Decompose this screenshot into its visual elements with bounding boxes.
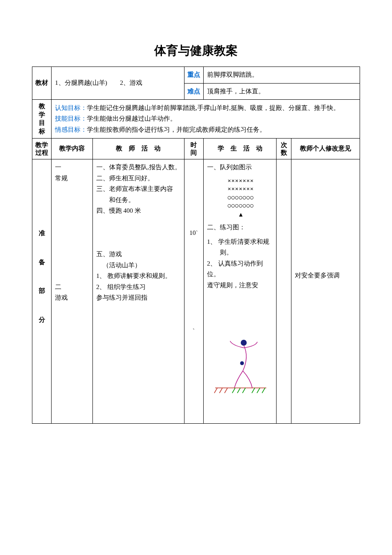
difficulty-label: 难点 bbox=[184, 83, 203, 100]
cognitive-value: 学生能记住分腿腾越山羊时前脚掌踏跳,手撑山羊时,挺胸、吸腹，提殿、分腿直、推手快… bbox=[87, 104, 340, 111]
hdr-time: 时间 bbox=[184, 139, 203, 159]
svg-line-8 bbox=[242, 388, 245, 393]
notes-col: 对安全要多强调 bbox=[291, 159, 360, 424]
phase-label: 准备部分 bbox=[32, 159, 52, 424]
hdr-student: 学 生 活 动 bbox=[203, 139, 277, 159]
vault-figure-icon bbox=[207, 338, 275, 397]
count-col bbox=[277, 159, 291, 424]
skill-label: 技能目标： bbox=[55, 115, 87, 122]
svg-line-6 bbox=[232, 388, 235, 393]
content-col: 一 常规 二 游戏 bbox=[52, 159, 93, 424]
material-content: 1、分腿腾越(山羊) 2、游戏 bbox=[52, 67, 184, 100]
svg-point-0 bbox=[241, 340, 247, 346]
difficulty-value: 顶肩推手，上体直。 bbox=[203, 83, 360, 100]
svg-point-1 bbox=[240, 361, 244, 365]
page-title: 体育与健康教案 bbox=[32, 43, 360, 59]
hdr-count: 次数 bbox=[277, 139, 291, 159]
hdr-content: 教学内容 bbox=[52, 139, 93, 159]
hdr-teacher: 教 师 活 动 bbox=[92, 139, 184, 159]
teacher-col: 一、体育委员整队,报告人数。 二、师生相互问好。 三、老师宣布本课主要内容 和任… bbox=[92, 159, 184, 424]
svg-line-11 bbox=[262, 388, 265, 393]
hdr-process: 教学过程 bbox=[32, 139, 52, 159]
affect-label: 情感目标： bbox=[55, 126, 87, 133]
formation-row3: ○○○○○○○ bbox=[207, 193, 275, 202]
student-heading1: 一、队列如图示 bbox=[207, 162, 275, 173]
student-col: 一、队列如图示 ××××××× ××××××× ○○○○○○○ ○○○○○○○ … bbox=[203, 159, 277, 424]
formation-teacher-mark: ▲ bbox=[207, 210, 275, 220]
skill-value: 学生能做出分腿越过山羊动作。 bbox=[87, 115, 176, 122]
student-body: 1、 学生听清要求和规 则。 2、 认真练习动作到位。 遵守规则，注意安 bbox=[207, 237, 275, 291]
cognitive-label: 认知目标： bbox=[55, 104, 87, 111]
hdr-notes: 教师个人修改意见 bbox=[291, 139, 360, 159]
formation-row2: ××××××× bbox=[207, 185, 275, 193]
goals-label-text: 教学目标 bbox=[39, 103, 45, 135]
formation-row1: ××××××× bbox=[207, 176, 275, 185]
lesson-plan-table: 教材 1、分腿腾越(山羊) 2、游戏 重点 前脚撑双脚踏跳。 难点 顶肩推手，上… bbox=[32, 66, 360, 424]
affect-value: 学生能按教师的指令进行练习，并能完成教师规定的练习任务。 bbox=[87, 126, 266, 133]
svg-line-3 bbox=[214, 388, 217, 393]
formation-row4: ○○○○○○○ bbox=[207, 201, 275, 210]
goals-cell: 认知目标：学生能记住分腿腾越山羊时前脚掌踏跳,手撑山羊时,挺胸、吸腹，提殿、分腿… bbox=[52, 100, 360, 139]
svg-line-10 bbox=[257, 388, 260, 393]
svg-line-5 bbox=[225, 388, 228, 393]
keypoint-label: 重点 bbox=[184, 67, 203, 84]
svg-line-9 bbox=[252, 388, 255, 393]
time-col: 10` ` bbox=[184, 159, 203, 424]
svg-line-7 bbox=[237, 388, 240, 393]
svg-line-4 bbox=[219, 388, 222, 393]
goals-label: 教学目标 bbox=[32, 100, 52, 139]
student-heading2: 二、练习图： bbox=[207, 222, 275, 233]
keypoint-value: 前脚撑双脚踏跳。 bbox=[203, 67, 360, 84]
material-label: 教材 bbox=[32, 67, 52, 100]
